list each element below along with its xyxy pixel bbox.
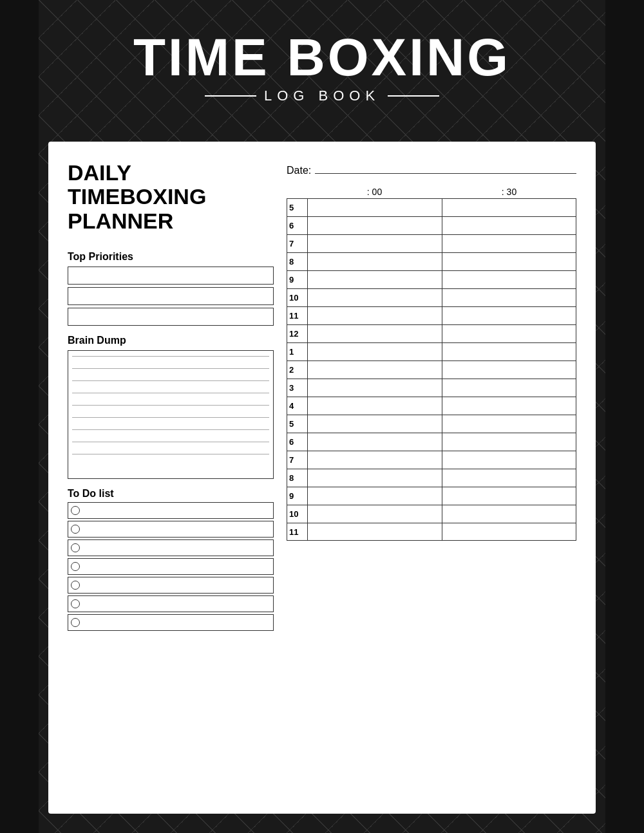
priority-input-1[interactable]: [68, 267, 274, 285]
time-slot-11-00[interactable]: [308, 397, 442, 415]
time-slot-2-00[interactable]: [308, 235, 442, 252]
time-row-9: 2: [287, 360, 576, 379]
time-num-3: 8: [287, 253, 308, 270]
time-slot-15-00[interactable]: [308, 469, 442, 487]
time-row-17: 10: [287, 505, 576, 523]
todo-item-1[interactable]: [68, 502, 274, 519]
time-row-0: 5: [287, 198, 576, 216]
time-slot-18-00[interactable]: [308, 523, 442, 540]
time-slot-6-00[interactable]: [308, 307, 442, 324]
time-num-17: 10: [287, 505, 308, 523]
time-num-18: 11: [287, 523, 308, 540]
time-row-2: 7: [287, 234, 576, 252]
priority-input-2[interactable]: [68, 287, 274, 305]
brain-dump-lines: [72, 356, 269, 474]
time-slot-12-00[interactable]: [308, 415, 442, 433]
time-slot-17-00[interactable]: [308, 505, 442, 523]
time-slot-17-30[interactable]: [442, 505, 576, 523]
brain-dump-label: Brain Dump: [68, 335, 274, 346]
time-slot-1-30[interactable]: [442, 217, 576, 234]
todo-item-7[interactable]: [68, 614, 274, 631]
time-slot-2-30[interactable]: [442, 235, 576, 252]
time-row-1: 6: [287, 216, 576, 234]
todo-circle-4: [71, 562, 80, 571]
time-slot-9-30[interactable]: [442, 361, 576, 379]
time-slot-8-30[interactable]: [442, 343, 576, 360]
right-column: Date: : 00 : 30 567891011121234567891011: [287, 161, 576, 794]
time-row-7: 12: [287, 324, 576, 342]
time-row-10: 3: [287, 379, 576, 397]
time-num-8: 1: [287, 343, 308, 360]
time-slot-0-00[interactable]: [308, 199, 442, 216]
planner-title-line1: DAILY: [68, 161, 274, 185]
time-row-14: 7: [287, 451, 576, 469]
header-line-right: [388, 95, 439, 97]
content-card: DAILY TIMEBOXING PLANNER Top Priorities …: [48, 142, 596, 814]
time-slot-13-00[interactable]: [308, 433, 442, 451]
todo-circle-1: [71, 506, 80, 515]
time-slot-14-00[interactable]: [308, 451, 442, 469]
todo-item-4[interactable]: [68, 558, 274, 575]
time-num-14: 7: [287, 451, 308, 469]
time-num-15: 8: [287, 469, 308, 487]
time-slot-9-00[interactable]: [308, 361, 442, 379]
card-inner: DAILY TIMEBOXING PLANNER Top Priorities …: [68, 161, 576, 794]
time-num-1: 6: [287, 217, 308, 234]
time-num-10: 3: [287, 379, 308, 397]
time-slot-15-30[interactable]: [442, 469, 576, 487]
time-row-3: 8: [287, 252, 576, 270]
subtitle-row: LOG BOOK: [205, 88, 439, 104]
todo-label: To Do list: [68, 488, 274, 500]
time-num-0: 5: [287, 199, 308, 216]
time-num-4: 9: [287, 271, 308, 288]
time-slot-16-30[interactable]: [442, 487, 576, 505]
time-slot-6-30[interactable]: [442, 307, 576, 324]
header: TIME BOXING LOG BOOK: [0, 0, 644, 135]
time-num-9: 2: [287, 361, 308, 379]
time-num-7: 12: [287, 325, 308, 342]
todo-item-2[interactable]: [68, 521, 274, 538]
time-row-11: 4: [287, 397, 576, 415]
time-slot-11-30[interactable]: [442, 397, 576, 415]
time-slot-10-00[interactable]: [308, 379, 442, 397]
time-num-5: 10: [287, 289, 308, 306]
time-num-16: 9: [287, 487, 308, 505]
time-slot-7-30[interactable]: [442, 325, 576, 342]
time-row-16: 9: [287, 487, 576, 505]
time-slot-12-30[interactable]: [442, 415, 576, 433]
todo-item-3[interactable]: [68, 539, 274, 556]
time-num-2: 7: [287, 235, 308, 252]
time-slot-13-30[interactable]: [442, 433, 576, 451]
header-line-left: [205, 95, 256, 97]
priority-input-3[interactable]: [68, 308, 274, 326]
time-row-4: 9: [287, 270, 576, 288]
time-row-18: 11: [287, 523, 576, 541]
time-slot-5-00[interactable]: [308, 289, 442, 306]
time-slot-3-30[interactable]: [442, 253, 576, 270]
time-slot-0-30[interactable]: [442, 199, 576, 216]
time-slot-10-30[interactable]: [442, 379, 576, 397]
time-slot-16-00[interactable]: [308, 487, 442, 505]
main-title: TIME BOXING: [133, 31, 511, 84]
time-slot-5-30[interactable]: [442, 289, 576, 306]
date-input-line[interactable]: [315, 161, 576, 174]
time-slot-1-00[interactable]: [308, 217, 442, 234]
todo-circle-5: [71, 581, 80, 590]
brain-dump-box[interactable]: [68, 350, 274, 479]
todo-item-5[interactable]: [68, 577, 274, 594]
time-slot-14-30[interactable]: [442, 451, 576, 469]
time-slot-18-30[interactable]: [442, 523, 576, 540]
time-num-header: [287, 187, 307, 197]
todo-item-6[interactable]: [68, 595, 274, 612]
time-row-13: 6: [287, 433, 576, 451]
time-rows-container: 567891011121234567891011: [287, 198, 576, 541]
todo-circle-2: [71, 525, 80, 534]
time-slot-7-00[interactable]: [308, 325, 442, 342]
time-slot-4-30[interactable]: [442, 271, 576, 288]
time-slot-4-00[interactable]: [308, 271, 442, 288]
planner-title: DAILY TIMEBOXING PLANNER: [68, 161, 274, 233]
todo-circle-6: [71, 599, 80, 608]
col2-label: : 30: [442, 187, 576, 197]
time-slot-3-00[interactable]: [308, 253, 442, 270]
time-slot-8-00[interactable]: [308, 343, 442, 360]
